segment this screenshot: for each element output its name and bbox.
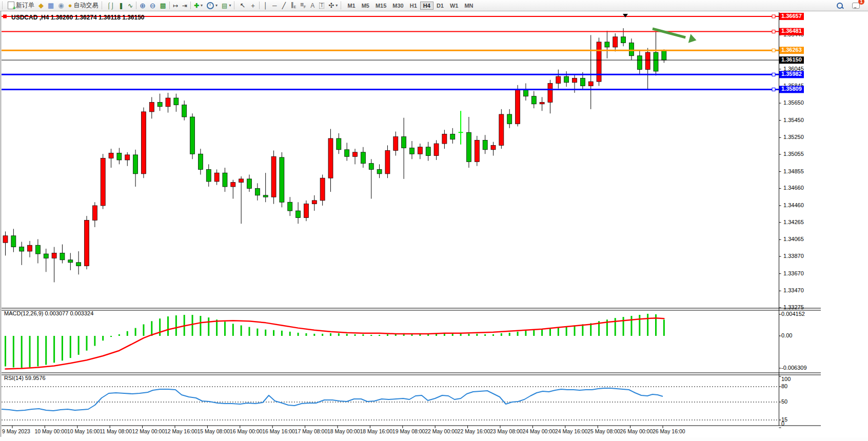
zoom-out-button[interactable]: ⊖: [148, 1, 158, 10]
notifications-button[interactable]: 1: [850, 1, 862, 10]
bar-chart-mode-button[interactable]: ⌠⌡: [105, 1, 117, 10]
indicators-button[interactable]: ✚▾: [192, 1, 205, 10]
timeframe-h1-button[interactable]: H1: [407, 2, 420, 10]
candle-body: [85, 221, 89, 266]
chart-window: 1.366351.364401.362401.360451.358451.356…: [0, 11, 868, 441]
timeframe-group: M1M5M15M30H1H4D1W1MN: [344, 2, 476, 10]
horizontal-line-tool-button[interactable]: ─: [270, 1, 279, 10]
price-axis-tick: 1.35250: [783, 134, 804, 140]
line-handle[interactable]: [772, 49, 775, 52]
candle-body: [182, 105, 187, 117]
terminal-button[interactable]: ▦: [46, 1, 56, 10]
candle-body: [507, 114, 512, 124]
candle-body: [296, 211, 301, 217]
price-tag-label: 1.35809: [781, 86, 802, 92]
line-handle[interactable]: [772, 73, 775, 76]
tile-windows-button[interactable]: ▩: [158, 1, 168, 10]
candle-body: [531, 96, 536, 104]
vertical-line-tool-button[interactable]: │: [261, 1, 270, 10]
time-axis-label: 18 May 16:00: [360, 428, 392, 434]
autotrade-icon: ●: [68, 2, 72, 9]
candle-body: [190, 117, 195, 154]
price-axis-tick: 1.34660: [783, 185, 804, 191]
chart-shift-button[interactable]: ⇥: [180, 1, 189, 10]
separator: [190, 2, 191, 9]
candle-body: [369, 164, 373, 170]
signals-button[interactable]: ◉: [56, 1, 66, 10]
channel-tool-button[interactable]: ∥E: [288, 1, 298, 10]
candle-body: [60, 253, 65, 259]
candle-chart-mode-button[interactable]: ❚: [116, 1, 126, 10]
terminal-icon: ▦: [48, 2, 54, 9]
candle-body: [588, 82, 593, 86]
time-axis-label: 26 May 16:00: [653, 428, 685, 434]
text-label-tool-button[interactable]: T: [317, 1, 326, 10]
candle-body: [442, 134, 447, 144]
separator: [169, 2, 170, 9]
trendline-icon: ╱: [282, 3, 286, 9]
fibonacci-tool-button[interactable]: ≡F: [298, 1, 308, 10]
chart-shift-icon: ⇥: [182, 3, 187, 9]
candle-body: [214, 173, 219, 182]
candle-body: [475, 140, 479, 162]
candle-body: [312, 201, 317, 204]
zoom-in-button[interactable]: ⊕: [137, 1, 148, 10]
line-handle[interactable]: [772, 15, 775, 18]
gold-horn-icon: ◆: [38, 2, 44, 9]
timeframe-d1-button[interactable]: D1: [433, 2, 447, 10]
rsi-axis-label: 80: [781, 383, 787, 389]
time-axis-label: 19 May 08:00: [392, 428, 425, 434]
timeframe-m1-button[interactable]: M1: [344, 2, 358, 10]
line-handle[interactable]: [772, 30, 775, 33]
template-icon: ▤: [222, 3, 227, 9]
new-order-button[interactable]: + 新订单: [6, 1, 36, 10]
horizontal-line-icon: ─: [272, 3, 277, 9]
new-order-icon: +: [8, 2, 14, 9]
periods-button[interactable]: ▾: [205, 1, 220, 10]
macd-axis-label: 0.004152: [781, 311, 805, 317]
timeframe-h4-button[interactable]: H4: [420, 2, 433, 10]
line-handle[interactable]: [772, 88, 775, 91]
timeframe-mn-button[interactable]: MN: [461, 2, 476, 10]
dropdown-arrow-icon: ▾: [336, 4, 338, 8]
text-tool-button[interactable]: A: [308, 1, 317, 10]
search-button[interactable]: [835, 1, 845, 10]
price-axis-tick: 1.35450: [783, 117, 804, 123]
time-axis-label: 16 May 16:00: [262, 428, 295, 434]
dropdown-arrow-icon: ▾: [215, 4, 218, 8]
candle-body: [174, 98, 179, 105]
timeframe-w1-button[interactable]: W1: [447, 2, 462, 10]
time-axis-label: 15 May 08:00: [197, 428, 230, 434]
candle-body: [573, 78, 577, 82]
templates-button[interactable]: ▤▾: [220, 1, 233, 10]
toolbar-grip: [2, 2, 5, 9]
auto-scroll-button[interactable]: ↦: [171, 1, 180, 10]
timeframe-m30-button[interactable]: M30: [389, 2, 406, 10]
candle-body: [198, 154, 203, 169]
text-label-icon: T: [319, 3, 324, 9]
candle-body: [556, 76, 561, 83]
candle-body: [44, 254, 48, 258]
timeframe-m15-button[interactable]: M15: [372, 2, 389, 10]
market-watch-button[interactable]: ◆: [36, 1, 46, 10]
timeframe-m5-button[interactable]: M5: [359, 2, 372, 10]
trendline-tool-button[interactable]: ╱: [279, 1, 288, 10]
autotrade-button[interactable]: ● 自动交易: [66, 1, 101, 10]
crosshair-tool-button[interactable]: ＋: [247, 1, 258, 10]
time-axis-label: 24 May 16:00: [555, 428, 588, 434]
line-handle[interactable]: [3, 15, 7, 18]
arrows-tool-button[interactable]: ✣▾: [326, 1, 340, 10]
time-axis-label: 23 May 08:00: [490, 428, 523, 434]
line-chart-mode-button[interactable]: ∿: [126, 1, 135, 10]
time-axis-label: 17 May 08:00: [295, 428, 328, 434]
candle-body: [3, 236, 8, 243]
candle-body: [499, 114, 504, 145]
price-axis-tick: 1.34065: [783, 236, 804, 242]
price-chart-canvas[interactable]: 1.366351.364401.362401.360451.358451.356…: [0, 11, 868, 441]
time-axis-label: 11 May 08:00: [100, 428, 132, 434]
time-axis-label: 16 May 00:00: [230, 428, 263, 434]
notification-badge: 1: [858, 0, 864, 5]
candle-body: [166, 98, 170, 107]
time-axis-label: 26 May 00:00: [620, 428, 653, 434]
cursor-tool-button[interactable]: ↖: [238, 1, 247, 10]
